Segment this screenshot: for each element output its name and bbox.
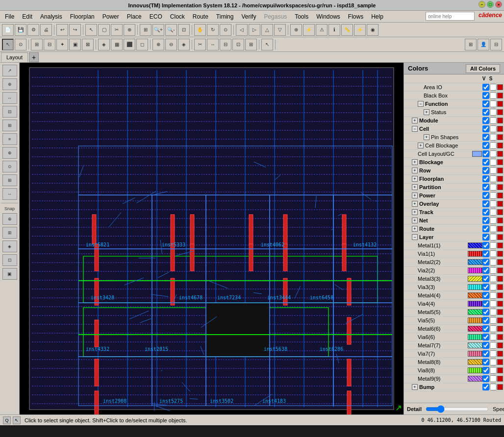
tree-item-function[interactable]: − Function: [404, 100, 504, 108]
via8-vis[interactable]: [482, 367, 489, 374]
select3-button[interactable]: ✂: [111, 24, 123, 36]
track-sel[interactable]: [490, 209, 497, 216]
menu-timing[interactable]: Timing: [212, 11, 238, 22]
tb2-17[interactable]: ⊞: [245, 39, 257, 50]
pan-button[interactable]: ✋: [194, 24, 206, 36]
tool4[interactable]: ℹ: [328, 24, 340, 36]
metal7-vis[interactable]: [482, 342, 489, 349]
tb2-10[interactable]: ⊕: [152, 39, 164, 50]
zoom-box[interactable]: ⊡: [178, 24, 190, 36]
metal8-sel[interactable]: [490, 359, 497, 365]
metal1-vis[interactable]: [482, 242, 489, 249]
all-colors-button[interactable]: All Colors: [466, 64, 500, 73]
row-vis[interactable]: [482, 167, 489, 174]
layer-tree[interactable]: Area IO Black Box − Function: [404, 83, 504, 403]
tb2-14[interactable]: ↔: [207, 39, 219, 50]
tb2-13[interactable]: ✂: [194, 39, 206, 50]
tree-item-net[interactable]: + Net: [404, 217, 504, 225]
via7-vis[interactable]: [482, 350, 489, 357]
overlay-vis[interactable]: [482, 200, 489, 207]
menu-power[interactable]: Power: [99, 11, 123, 22]
function-vis[interactable]: [482, 100, 489, 107]
metal8-vis[interactable]: [482, 359, 489, 365]
tree-item-via3[interactable]: Via3(3): [404, 283, 504, 291]
status-icon-cursor[interactable]: ↖: [13, 416, 21, 424]
tree-item-power[interactable]: + Power: [404, 192, 504, 200]
metal2-sel[interactable]: [490, 259, 497, 266]
tree-item-bump[interactable]: + Bump: [404, 383, 504, 391]
bump-sel[interactable]: [490, 384, 497, 390]
layer-vis[interactable]: [482, 234, 489, 241]
metal7-sel[interactable]: [490, 342, 497, 349]
new-button[interactable]: 📄: [2, 24, 14, 36]
cell-layout-vis[interactable]: [482, 150, 489, 157]
tb2-9[interactable]: ◻: [136, 39, 148, 50]
tree-item-status[interactable]: + Status: [404, 108, 504, 117]
tree-item-via4[interactable]: Via4(4): [404, 300, 504, 308]
tb2-config[interactable]: ⊟: [490, 39, 502, 50]
power-vis[interactable]: [482, 192, 489, 199]
menu-flows[interactable]: Flows: [344, 11, 367, 22]
black-box-sel[interactable]: [490, 92, 497, 99]
tb2-6[interactable]: ◈: [98, 39, 110, 50]
row-expand[interactable]: +: [412, 168, 418, 173]
settings-button[interactable]: ⚙: [27, 24, 39, 36]
tree-item-module[interactable]: + Module: [404, 117, 504, 125]
status-expand[interactable]: +: [424, 109, 429, 115]
close-button[interactable]: ×: [495, 1, 502, 8]
tree-item-metal8[interactable]: Metal8(8): [404, 358, 504, 366]
tree-item-via1[interactable]: Via1(1): [404, 250, 504, 258]
tree-item-via7[interactable]: Via7(7): [404, 350, 504, 358]
row-sel[interactable]: [490, 167, 497, 174]
select-button[interactable]: ↖: [85, 24, 97, 36]
tree-item-metal9[interactable]: Metal9(9): [404, 375, 504, 383]
move-right[interactable]: ▷: [249, 24, 260, 36]
module-vis[interactable]: [482, 117, 489, 124]
undo-button[interactable]: ↩: [56, 24, 68, 36]
overlay-expand[interactable]: +: [412, 201, 418, 207]
maximize-button[interactable]: □: [487, 1, 494, 8]
center-button[interactable]: ⊙: [220, 24, 231, 36]
metal3-vis[interactable]: [482, 275, 489, 282]
tree-item-metal6[interactable]: Metal6(6): [404, 325, 504, 333]
bump-vis[interactable]: [482, 384, 489, 390]
tree-item-via8[interactable]: Via8(8): [404, 366, 504, 375]
sidebar-btn-2[interactable]: ⊕: [2, 78, 17, 90]
tree-item-via2[interactable]: Via2(2): [404, 267, 504, 275]
tree-item-partition[interactable]: + Partition: [404, 183, 504, 192]
tree-item-area-io[interactable]: Area IO: [404, 83, 504, 92]
tb2-18[interactable]: ↖: [261, 39, 273, 50]
menu-eco[interactable]: ECO: [146, 11, 166, 22]
metal6-sel[interactable]: [490, 325, 497, 332]
tool6[interactable]: ⚡: [354, 24, 366, 36]
tab-add-button[interactable]: +: [29, 52, 39, 62]
canvas-area[interactable]: ↗: [20, 63, 403, 414]
module-sel[interactable]: [490, 117, 497, 124]
detail-slider[interactable]: [426, 405, 489, 413]
zoom-in[interactable]: 🔍+: [152, 24, 164, 36]
tb2-12[interactable]: ◈: [178, 39, 190, 50]
partition-vis[interactable]: [482, 184, 489, 191]
tb2-5[interactable]: ⊠: [82, 39, 94, 50]
net-sel[interactable]: [490, 217, 497, 224]
power-sel[interactable]: [490, 192, 497, 199]
menu-tools[interactable]: Tools: [291, 11, 312, 22]
menu-edit[interactable]: Edit: [18, 11, 36, 22]
bump-expand[interactable]: +: [412, 384, 418, 390]
tb2-8[interactable]: ⬛: [124, 39, 135, 50]
via6-sel[interactable]: [490, 334, 497, 340]
tree-item-metal5[interactable]: Metal5(5): [404, 308, 504, 316]
select4-button[interactable]: ⊕: [124, 24, 135, 36]
refresh-button[interactable]: ↻: [207, 24, 219, 36]
print-button[interactable]: 🖨: [40, 24, 52, 36]
cell-vis[interactable]: [482, 125, 489, 132]
function-expand[interactable]: −: [418, 101, 424, 107]
metal9-vis[interactable]: [482, 375, 489, 382]
tree-item-via5[interactable]: Via5(5): [404, 316, 504, 325]
tree-item-layer[interactable]: − Layer: [404, 233, 504, 242]
via3-vis[interactable]: [482, 284, 489, 291]
via2-vis[interactable]: [482, 267, 489, 274]
area-io-vis[interactable]: [482, 84, 489, 91]
partition-sel[interactable]: [490, 184, 497, 191]
tool5[interactable]: 📏: [341, 24, 353, 36]
